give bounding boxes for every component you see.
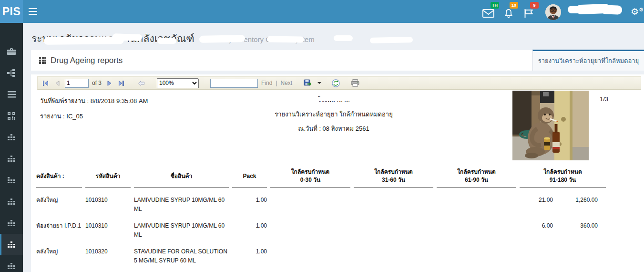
last-page-button[interactable]	[117, 78, 125, 88]
export-dropdown-caret[interactable]	[317, 82, 321, 84]
export-button[interactable]	[302, 78, 313, 88]
cell-91-180-qty: 6.00	[520, 221, 553, 230]
notifications-menu[interactable]: 10	[504, 0, 513, 23]
report-title-line: รายงานวิเคราะห์อายุยา ใกล้กำหนดหมดอายุ	[229, 109, 439, 119]
back-to-parent-button[interactable]	[137, 78, 145, 88]
report-page-indicator: 1/3	[600, 95, 608, 103]
cell-91-180-amount: 360.00	[556, 221, 598, 230]
grid-icon	[39, 57, 46, 64]
sidebar-item-report-5[interactable]	[0, 212, 23, 234]
cell-pack: 1.00	[232, 240, 267, 265]
sidebar-item-qrcode[interactable]	[0, 105, 23, 126]
list-icon	[8, 91, 16, 98]
envelope-icon	[482, 9, 494, 18]
table-row: คลังใหญ่ 1010320 STAVUDINE FOR ORAL SOLU…	[36, 240, 606, 265]
table-header-row: คลังสินค้า : รหัสสินค้า ชื่อสินค้า Pack …	[36, 165, 606, 188]
col-header-warehouse: คลังสินค้า :	[36, 165, 82, 188]
col-header-code: รหัสสินค้า	[85, 165, 131, 188]
tab-drug-ageing-report[interactable]: รายงานวิเคราะห์อายุยาที่ใกล้หมดอายุ	[532, 50, 644, 71]
report-code: รายงาน : IC_05	[40, 111, 83, 121]
cell-pack: 1.00	[232, 188, 267, 214]
cell-61-90	[437, 188, 516, 214]
panel-title: Drug Ageing reports	[51, 56, 123, 65]
cell-warehouse: คลังใหญ่	[36, 240, 82, 265]
sidebar-item-report-4[interactable]	[0, 191, 23, 212]
sidebar-item-tree[interactable]	[0, 62, 23, 84]
table-row: ห้องจ่ายยา I.P.D.1 1010310 LAMIVUDINE SY…	[36, 214, 606, 240]
redaction-scribble	[267, 36, 304, 42]
navbar-right-cluster: TH 10 9	[482, 0, 643, 23]
redaction-scribble	[199, 35, 245, 43]
sidebar-item-report-1[interactable]	[0, 126, 23, 148]
cell-name: LAMIVUDINE SYRUP 10MG/ML 60 ML	[134, 214, 229, 240]
cell-91-180-amount: 1,260.00	[556, 196, 598, 205]
cell-91-180	[520, 240, 606, 265]
gears-icon: ⚙⚙	[631, 6, 642, 17]
language-badge: TH	[491, 2, 499, 9]
first-page-button[interactable]	[41, 78, 50, 88]
user-menu[interactable]	[545, 0, 561, 23]
sidebar-item-briefcase[interactable]	[0, 41, 23, 62]
redaction-scribble	[157, 38, 176, 44]
tasks-badge: 9	[530, 2, 539, 9]
cell-91-180-qty: 21.00	[520, 196, 553, 205]
briefcase-icon	[7, 48, 16, 55]
messages-menu[interactable]: TH	[482, 0, 494, 23]
qrcode-icon	[8, 112, 15, 120]
col-header-0-30: ใกล้ครบกำหนด 0-30 วัน	[270, 165, 350, 188]
sidebar-item-list[interactable]	[0, 84, 23, 105]
cell-name: LAMIVUDINE SYRUP 10MG/ML 60 ML	[134, 188, 229, 214]
report-center-header: โรงพยาบาล รายงานวิเคราะห์อายุยา ใกล้กำหน…	[229, 95, 439, 138]
control-sidebar-toggle[interactable]: ⚙⚙	[631, 0, 642, 23]
bell-icon	[504, 9, 513, 18]
find-text-input[interactable]	[210, 79, 258, 88]
redaction-scribble	[315, 97, 348, 101]
cell-0-30	[270, 188, 350, 214]
refresh-icon	[332, 79, 340, 87]
report-panel-header: Drug Ageing reports	[31, 50, 532, 71]
zoom-select[interactable]: 100%	[157, 78, 199, 88]
cell-code: 1010310	[85, 188, 131, 214]
cell-code: 1010310	[85, 214, 131, 240]
app-logo[interactable]: PIS	[0, 0, 23, 23]
flag-icon	[524, 9, 534, 18]
print-button[interactable]	[350, 78, 360, 88]
sidebar-item-report-3[interactable]	[0, 169, 23, 191]
report-printed-date: วันที่พิมพ์รายงาน : 8/8/2018 9:35:08 AM	[40, 96, 148, 106]
page-number-input[interactable]	[65, 79, 89, 88]
sidebar-item-report-6[interactable]	[0, 255, 23, 272]
previous-page-button[interactable]	[53, 78, 61, 88]
tasks-menu[interactable]: 9	[524, 0, 534, 23]
next-page-button[interactable]	[105, 78, 113, 88]
col-header-61-90: ใกล้ครบกำหนด 61-90 วัน	[437, 165, 516, 188]
avatar	[545, 4, 561, 20]
find-next-separator: |	[276, 80, 277, 86]
blocks-icon	[8, 220, 15, 227]
report-logo-photo	[512, 91, 589, 160]
col-header-31-60: ใกล้ครบกำหนด 31-60 วัน	[354, 165, 433, 188]
cell-31-60	[354, 214, 433, 240]
sidebar-item-report-2[interactable]	[0, 148, 23, 169]
col-header-pack: Pack	[232, 165, 267, 188]
sidebar-item-drug-ageing-reports-active[interactable]	[0, 234, 23, 255]
col-header-name: ชื่อสินค้า	[134, 165, 229, 188]
username-redacted[interactable]	[568, 4, 624, 15]
blocks-icon	[8, 177, 15, 184]
redaction-scribble	[44, 36, 124, 45]
find-link[interactable]: Find	[261, 80, 272, 86]
cell-code: 1010320	[85, 240, 131, 265]
redaction-scribble	[334, 35, 353, 41]
left-sidebar	[0, 23, 23, 272]
sidebar-toggle-button[interactable]	[29, 0, 46, 23]
cell-61-90	[437, 214, 516, 240]
page-count-label: of 3	[92, 80, 102, 86]
next-link[interactable]: Next	[280, 80, 292, 86]
cell-91-180: 21.001,260.00	[520, 188, 606, 214]
cell-warehouse: คลังใหญ่	[36, 188, 82, 214]
cell-name: STAVUDINE FOR ORAL SOLUTION 5 MG/ML SYRU…	[134, 240, 229, 265]
export-save-icon	[304, 79, 311, 87]
blocks-icon	[8, 134, 15, 141]
refresh-button[interactable]	[331, 78, 340, 88]
blocks-icon	[8, 156, 15, 162]
top-navbar: PIS TH 10 9	[0, 0, 644, 23]
